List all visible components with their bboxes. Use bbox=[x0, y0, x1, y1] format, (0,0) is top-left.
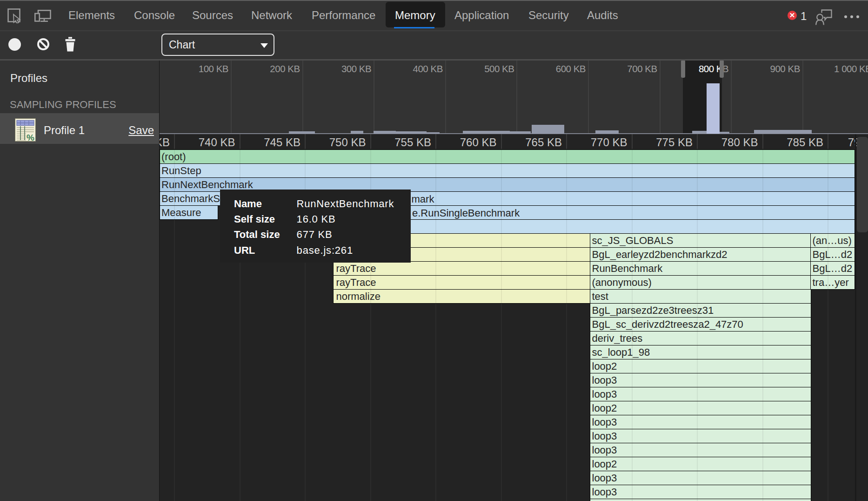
svg-text:%: % bbox=[27, 133, 34, 142]
